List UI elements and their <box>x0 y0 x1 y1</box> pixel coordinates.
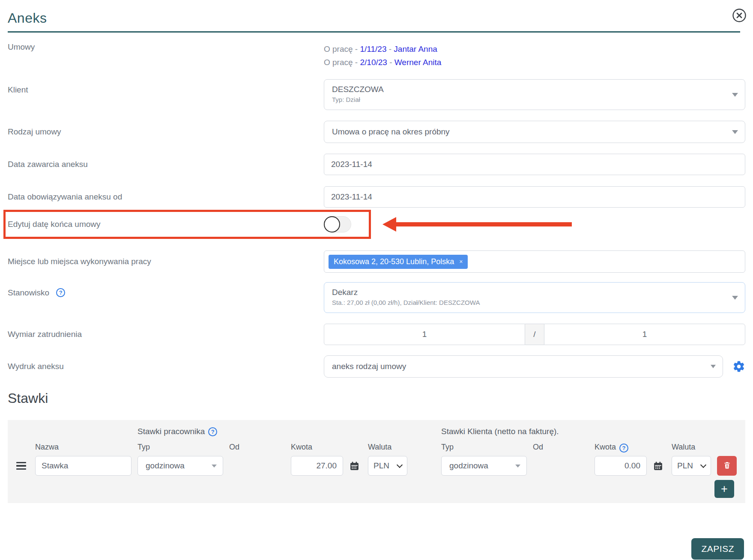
help-icon[interactable]: ? <box>619 444 628 453</box>
rodzaj-umowy-value: Umowa o pracę na okres próbny <box>332 127 450 137</box>
row-rodzaj-umowy: Rodzaj umowy Umowa o pracę na okres prób… <box>8 121 745 143</box>
gear-icon <box>732 368 745 374</box>
employee-rate-amount-input[interactable] <box>291 456 343 476</box>
toggle-knob <box>324 216 340 232</box>
employee-rate-type-value: godzinowa <box>146 461 185 471</box>
col-od: Od <box>229 441 285 453</box>
wydruk-value: aneks rodzaj umowy <box>332 362 406 371</box>
row-stanowisko: Stanowisko ? Dekarz Sta.: 27,00 zł (0,00… <box>8 282 745 313</box>
umowa-person-link[interactable]: Jantar Anna <box>394 45 437 54</box>
wymiar-numerator-input[interactable]: 1 <box>324 324 525 345</box>
klient-value: DESZCZOWA <box>332 85 728 94</box>
umowa-date-link[interactable]: 2/10/23 <box>360 58 387 67</box>
rate-name-input[interactable] <box>35 456 131 476</box>
client-rate-type-value: godzinowa <box>449 461 488 471</box>
stawki-heading: Stawki <box>8 390 745 406</box>
client-rate-type-select[interactable]: godzinowa <box>441 456 527 476</box>
col-typ: Typ <box>137 441 223 453</box>
chevron-down-icon <box>732 130 738 134</box>
stanowisko-subtitle: Sta.: 27,00 zł (0,00 zł/h), Dział/Klient… <box>332 299 728 306</box>
col-nazwa: Nazwa <box>35 441 131 453</box>
klient-subtitle: Typ: Dział <box>332 96 728 103</box>
wydruk-label: Wydruk aneksu <box>8 362 324 371</box>
row-wydruk: Wydruk aneksu aneks rodzaj umowy <box>8 355 745 378</box>
wymiar-fields: 1 / 1 <box>324 324 745 345</box>
chevron-down-icon <box>700 462 706 468</box>
umowa-person-link[interactable]: Werner Anita <box>394 58 441 67</box>
data-zawarcia-label: Data zawarcia aneksu <box>8 160 324 169</box>
rodzaj-umowy-select[interactable]: Umowa o pracę na okres próbny <box>324 121 745 143</box>
row-klient: Klient DESZCZOWA Typ: Dział <box>8 79 745 110</box>
drag-handle-icon[interactable] <box>16 462 26 470</box>
chevron-down-icon <box>711 365 716 368</box>
col-kwota-client-label: Kwota <box>595 443 616 452</box>
client-rate-calendar-button[interactable] <box>653 461 663 471</box>
umowa-sep: - <box>386 45 394 54</box>
wymiar-label: Wymiar zatrudnienia <box>8 330 324 339</box>
close-icon <box>732 18 747 24</box>
client-rates-group-label: Stawki Klienta (netto na fakturę). <box>441 427 559 436</box>
umowy-label: Umowy <box>8 42 324 52</box>
stanowisko-select[interactable]: Dekarz Sta.: 27,00 zł (0,00 zł/h), Dział… <box>324 282 745 313</box>
help-icon[interactable]: ? <box>208 427 217 436</box>
umowa-prefix: O pracę - <box>324 58 360 67</box>
data-zawarcia-value: 2023-11-14 <box>331 160 372 169</box>
col-typ-client: Typ <box>441 441 527 453</box>
data-obowiazywania-input[interactable]: 2023-11-14 <box>324 186 745 208</box>
close-button[interactable] <box>732 8 747 23</box>
row-miejsce: Miejsce lub miejsca wykonywania pracy Ko… <box>8 250 745 273</box>
help-icon[interactable]: ? <box>56 288 65 297</box>
aneks-modal: Aneks Umowy O pracę - 1/11/23 - Jantar A… <box>0 0 753 560</box>
employee-currency-select[interactable]: PLN <box>368 456 407 476</box>
miejsce-field[interactable]: Kokosowa 2, 20-530 Lublin, Polska × <box>324 250 745 273</box>
umowy-links: O pracę - 1/11/23 - Jantar Anna O pracę … <box>324 42 745 69</box>
client-currency-value: PLN <box>677 461 693 471</box>
settings-button[interactable] <box>732 360 745 373</box>
employee-rate-type-select[interactable]: godzinowa <box>137 456 223 476</box>
miejsce-tag: Kokosowa 2, 20-530 Lublin, Polska × <box>329 255 468 269</box>
chevron-down-icon <box>732 296 738 300</box>
client-rate-od-cell <box>533 456 589 476</box>
edytuj-date-label: Edytuj datę końca umowy <box>8 220 324 229</box>
employee-rates-group-header: Stawki pracownika ? <box>137 425 407 438</box>
employee-rate-calendar-button[interactable] <box>349 461 360 471</box>
data-zawarcia-input[interactable]: 2023-11-14 <box>324 154 745 175</box>
chevron-down-icon <box>732 93 738 97</box>
col-waluta: Waluta <box>368 441 407 453</box>
page-title: Aneks <box>8 10 740 26</box>
data-obowiazywania-value: 2023-11-14 <box>331 192 372 202</box>
wymiar-denominator-input[interactable]: 1 <box>544 324 745 345</box>
stanowisko-label-wrap: Stanowisko ? <box>8 282 324 298</box>
client-currency-select[interactable]: PLN <box>672 456 711 476</box>
data-obowiazywania-label: Data obowiązywania aneksu od <box>8 192 324 202</box>
miejsce-label: Miejsce lub miejsca wykonywania pracy <box>8 257 324 266</box>
umowa-date-link[interactable]: 1/11/23 <box>360 45 386 54</box>
client-rate-amount-input[interactable] <box>595 456 647 476</box>
chevron-down-icon <box>212 465 217 468</box>
col-waluta-client: Waluta <box>672 441 711 453</box>
stanowisko-value: Dekarz <box>332 288 728 297</box>
row-data-zawarcia: Data zawarcia aneksu 2023-11-14 <box>8 154 745 175</box>
client-rates-group-header: Stawki Klienta (netto na fakturę). <box>441 425 711 438</box>
remove-tag-icon[interactable]: × <box>459 258 463 265</box>
col-kwota-client: Kwota ? <box>595 441 647 453</box>
chevron-down-icon <box>397 462 403 468</box>
rodzaj-umowy-label: Rodzaj umowy <box>8 127 324 137</box>
col-kwota: Kwota <box>291 441 343 453</box>
employee-rates-group-label: Stawki pracownika <box>137 427 205 436</box>
row-umowy: Umowy O pracę - 1/11/23 - Jantar Anna O … <box>8 42 745 69</box>
umowa-prefix: O pracę - <box>324 45 360 54</box>
edytuj-date-toggle[interactable] <box>324 216 351 232</box>
klient-select[interactable]: DESZCZOWA Typ: Dział <box>324 79 745 110</box>
delete-rate-button[interactable] <box>717 456 737 476</box>
stanowisko-label: Stanowisko <box>8 288 49 298</box>
save-button[interactable]: ZAPISZ <box>691 538 744 560</box>
calendar-icon <box>349 466 360 473</box>
wydruk-select[interactable]: aneks rodzaj umowy <box>324 355 723 378</box>
umowa-sep: - <box>387 58 394 67</box>
row-edytuj-date-konca: Edytuj datę końca umowy <box>8 210 745 239</box>
employee-currency-value: PLN <box>374 461 389 471</box>
miejsce-tag-text: Kokosowa 2, 20-530 Lublin, Polska <box>334 257 454 266</box>
row-data-obowiazywania: Data obowiązywania aneksu od 2023-11-14 <box>8 186 745 208</box>
add-rate-button[interactable]: + <box>714 480 734 498</box>
